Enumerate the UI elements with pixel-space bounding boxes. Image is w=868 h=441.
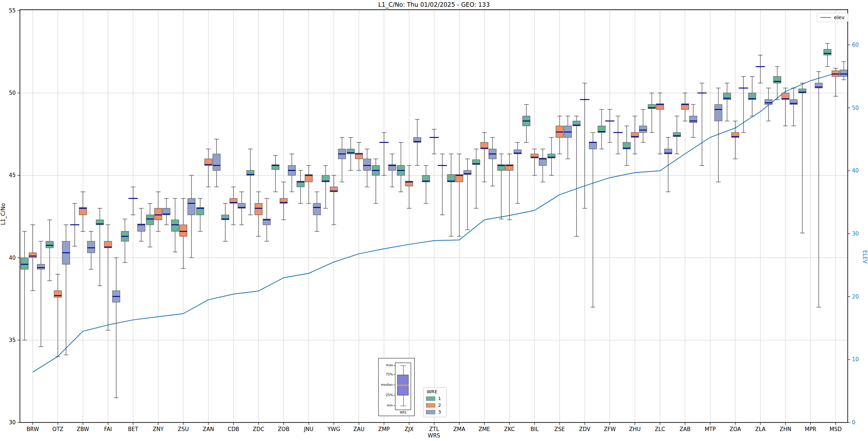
box-ZMP-wre2 [379,133,389,175]
legend-wre: WRE 1 2 3 [423,387,447,417]
box-BET-wre1 [121,219,129,263]
box-ZHN-wre1 [774,67,781,100]
box-ZMA-wre2 [456,154,463,236]
box [589,142,597,149]
wre1-label: 1 [438,396,441,401]
x-tick-label: OTZ [52,426,63,432]
y-right-tick-label: 30 [852,230,859,237]
box-BET-wre2 [128,187,138,215]
box-ZLC-wre1 [648,93,656,133]
box-ZAU-wre3 [363,149,371,187]
box-ZFW-wre3 [614,116,623,154]
box-BIL-wre1 [523,104,530,142]
x-tick-label: ZDC [253,426,264,432]
y-right-tick-label: 50 [852,105,859,111]
x-tick-label: ZKC [504,426,515,432]
box-ZAB-wre1 [673,116,681,154]
box-ZMA-wre3 [464,159,471,230]
box-MPR-wre3 [815,72,822,307]
box-ZAN-wre1 [196,198,204,232]
box-BET-wre3 [138,208,145,242]
inset-lower-whisker [403,395,404,406]
box-ZOB-wre1 [272,156,279,192]
x-tick-label: BRW [27,426,39,432]
x-tick-label: ZBW [77,426,89,432]
box-ZOB-wre2 [280,182,288,220]
box-ZNY-wre1 [146,203,154,247]
x-tick-label: ZHU [629,426,641,432]
box-ZHN-wre2 [782,88,789,126]
box-FAI-wre3 [112,258,120,398]
box-ZLC-wre2 [656,93,664,154]
legend-elev: elev [817,13,848,22]
box [37,264,45,269]
inset-max-label: max [379,364,393,367]
x-tick-label: ZLC [655,426,665,432]
box-ZSE-wre2 [556,116,563,154]
x-tick-label: ZDV [579,426,591,432]
x-tick-label: ZTL [429,426,439,432]
box-OTZ-wre2 [54,274,62,357]
box-ZDC-wre3 [263,198,270,241]
inset-75-label: 75% [379,373,393,376]
box-ZSU-wre2 [180,198,187,269]
box-FAI-wre2 [104,225,112,330]
x-tick-label: BIL [530,426,539,432]
box-BRW-wre2 [29,225,37,291]
box [840,70,848,77]
box-ZDC-wre1 [247,149,254,215]
box-ZKC-wre3 [514,142,521,203]
box-ZFW-wre1 [598,109,605,149]
box-YWG-wre1 [322,166,330,208]
box-MTP-wre1 [698,83,707,165]
x-tick-label: MSD [830,426,842,432]
x-tick-label: ZHN [780,426,791,432]
inset-upper-whisker [403,365,404,375]
box-ZLC-wre3 [664,138,672,192]
inset-x-label: WRS [395,411,411,414]
box-ZKC-wre2 [506,154,513,220]
box [46,241,53,248]
box-ZAN-wre3 [213,139,220,187]
x-axis-label: WRS [0,432,868,439]
box-ZHU-wre3 [640,109,647,142]
legend-wre-title: WRE [427,389,444,394]
x-tick-label: ZSU [178,426,189,432]
box-ZTL-wre2 [430,129,439,154]
box [21,258,28,269]
y-right-tick-label: 40 [852,167,859,174]
box-ZSE-wre3 [564,116,572,159]
x-tick-label: ZAU [353,426,365,432]
box [715,104,722,121]
x-tick-label: ZJX [405,426,414,432]
box-ZAN-wre2 [205,149,212,187]
x-tick-label: CDB [228,426,239,432]
x-tick-label: JNU [304,426,314,432]
y-left-tick-label: 45 [9,172,16,178]
box-ZNY-wre2 [154,192,162,232]
inset-axes-frame [395,363,411,410]
box [255,203,262,215]
box [180,225,187,236]
y-right-tick-label: 10 [852,356,859,363]
x-tick-label: ZAB [680,426,691,432]
box-ZDC-wre2 [255,192,262,237]
x-tick-label: ZSE [554,426,565,432]
box-ZKC-wre1 [498,154,505,219]
box-CDB-wre2 [230,187,237,225]
box-ZSE-wre1 [548,138,555,175]
elev-line-swatch [820,17,831,18]
box-ZTL-wre3 [438,154,447,215]
box-ZAB-wre3 [690,104,697,138]
box [188,198,195,215]
box-ZSU-wre3 [188,175,195,258]
legend-wre-entry: 3 [426,409,444,415]
box-ZOA-wre1 [724,83,731,121]
box-ZBW-wre1 [70,203,79,246]
y-left-tick-label: 55 [9,7,16,14]
boxplot-explainer-inset: max 75% median 25% min WRS [378,358,415,416]
box-ZME-wre1 [473,149,480,208]
box [54,291,62,297]
box-FAI-wre1 [96,208,104,286]
box-ZFW-wre2 [605,109,615,142]
